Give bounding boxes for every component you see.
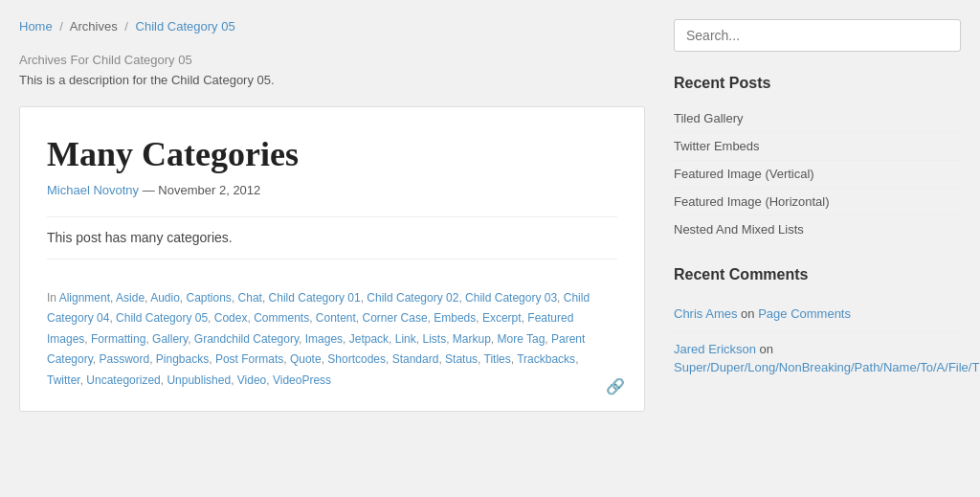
sidebar: Recent Posts Tiled GalleryTwitter Embeds… bbox=[674, 19, 961, 412]
tag-link[interactable]: Unpublished bbox=[167, 373, 231, 387]
tag-link[interactable]: Aside bbox=[116, 291, 145, 305]
tag-link[interactable]: Post Formats bbox=[215, 352, 283, 366]
recent-comments-section: Recent Comments Chris Ames on Page Comme… bbox=[674, 266, 961, 385]
recent-comment-entry: Chris Ames on Page Comments bbox=[674, 297, 961, 332]
recent-post-item: Twitter Embeds bbox=[674, 133, 961, 161]
tag-link[interactable]: Child Category 01 bbox=[269, 291, 361, 305]
tag-link[interactable]: Markup bbox=[453, 332, 491, 346]
post-meta: Michael Novotny — November 2, 2012 bbox=[47, 183, 617, 197]
tag-link[interactable]: Excerpt bbox=[482, 311, 522, 325]
comment-post-link[interactable]: Page Comments bbox=[758, 306, 851, 321]
tag-link[interactable]: Audio bbox=[150, 291, 180, 305]
tag-link[interactable]: Status bbox=[445, 352, 478, 366]
tag-link[interactable]: Shortcodes bbox=[327, 352, 386, 366]
post-date: November 2, 2012 bbox=[158, 183, 260, 197]
recent-posts-heading: Recent Posts bbox=[674, 75, 961, 92]
tag-link[interactable]: More Tag bbox=[498, 332, 546, 346]
recent-post-link[interactable]: Featured Image (Horizontal) bbox=[674, 194, 830, 209]
tag-link[interactable]: Trackbacks bbox=[517, 352, 575, 366]
tags-prefix: In bbox=[47, 291, 59, 305]
tag-link[interactable]: Corner Case bbox=[363, 311, 428, 325]
recent-post-link[interactable]: Featured Image (Vertical) bbox=[674, 167, 814, 181]
tag-link[interactable]: Child Category 05 bbox=[116, 311, 208, 325]
post-excerpt: This post has many categories. bbox=[47, 216, 617, 259]
tag-link[interactable]: Titles bbox=[484, 352, 511, 366]
tag-link[interactable]: Child Category 03 bbox=[465, 291, 557, 305]
post-meta-separator: — bbox=[143, 183, 159, 197]
tag-link[interactable]: Alignment bbox=[59, 291, 110, 305]
tag-link[interactable]: Quote bbox=[290, 352, 322, 366]
archive-title: Archives For Child Category 05 bbox=[19, 53, 645, 67]
recent-comments-heading: Recent Comments bbox=[674, 266, 961, 283]
recent-comment-entry: Jared Erickson on Super/Duper/Long/NonBr… bbox=[674, 332, 961, 385]
tag-link[interactable]: Captions bbox=[187, 291, 232, 305]
tag-link[interactable]: Content bbox=[316, 311, 356, 325]
recent-post-link[interactable]: Nested And Mixed Lists bbox=[674, 222, 804, 237]
breadcrumb-separator-2: / bbox=[124, 19, 128, 34]
recent-post-item: Nested And Mixed Lists bbox=[674, 216, 961, 243]
main-content: Home / Archives / Child Category 05 Arch… bbox=[19, 19, 645, 412]
recent-posts-section: Recent Posts Tiled GalleryTwitter Embeds… bbox=[674, 75, 961, 243]
tag-link[interactable]: Uncategorized bbox=[86, 373, 160, 387]
recent-comments-list: Chris Ames on Page CommentsJared Erickso… bbox=[674, 297, 961, 385]
tag-link[interactable]: Gallery bbox=[152, 332, 188, 346]
search-input[interactable] bbox=[674, 19, 961, 52]
comment-post-link[interactable]: Super/Duper/Long/NonBreaking/Path/Name/T… bbox=[674, 360, 980, 374]
tag-link[interactable]: Formatting bbox=[91, 332, 145, 346]
recent-post-link[interactable]: Tiled Gallery bbox=[674, 111, 743, 125]
tag-link[interactable]: Grandchild Category bbox=[194, 332, 299, 346]
tag-link[interactable]: Images bbox=[305, 332, 343, 346]
post-author[interactable]: Michael Novotny bbox=[47, 183, 139, 197]
tag-link[interactable]: Password bbox=[99, 352, 149, 366]
search-box bbox=[674, 19, 961, 52]
tag-link[interactable]: Twitter bbox=[47, 373, 80, 387]
tag-link[interactable]: Comments bbox=[254, 311, 309, 325]
tag-link[interactable]: Codex bbox=[214, 311, 248, 325]
recent-post-item: Featured Image (Horizontal) bbox=[674, 189, 961, 216]
tag-link[interactable]: VideoPress bbox=[273, 373, 331, 387]
breadcrumb-archives: Archives bbox=[70, 19, 118, 34]
archive-header: Archives For Child Category 05 This is a… bbox=[19, 53, 645, 87]
recent-post-item: Tiled Gallery bbox=[674, 105, 961, 133]
tag-link[interactable]: Jetpack bbox=[349, 332, 389, 346]
recent-post-link[interactable]: Twitter Embeds bbox=[674, 139, 760, 153]
archive-description: This is a description for the Child Cate… bbox=[19, 73, 645, 87]
recent-posts-list: Tiled GalleryTwitter EmbedsFeatured Imag… bbox=[674, 105, 961, 243]
post-permalink[interactable]: 🔗 bbox=[606, 377, 625, 395]
post-card: Many Categories Michael Novotny — Novemb… bbox=[19, 106, 645, 412]
post-tags: In Alignment, Aside, Audio, Captions, Ch… bbox=[47, 288, 617, 392]
breadcrumb-current: Child Category 05 bbox=[136, 19, 235, 34]
recent-post-item: Featured Image (Vertical) bbox=[674, 161, 961, 189]
tag-link[interactable]: Pingbacks bbox=[156, 352, 209, 366]
tag-link[interactable]: Child Category 02 bbox=[367, 291, 458, 305]
post-title: Many Categories bbox=[47, 134, 617, 175]
breadcrumb-separator-1: / bbox=[59, 19, 63, 34]
tag-link[interactable]: Chat bbox=[238, 291, 262, 305]
commenter-link[interactable]: Jared Erickson bbox=[674, 342, 756, 356]
tag-link[interactable]: Link bbox=[395, 332, 416, 346]
tag-link[interactable]: Video bbox=[237, 373, 266, 387]
breadcrumb: Home / Archives / Child Category 05 bbox=[19, 19, 645, 34]
breadcrumb-home[interactable]: Home bbox=[19, 19, 53, 34]
tag-link[interactable]: Lists bbox=[422, 332, 446, 346]
commenter-link[interactable]: Chris Ames bbox=[674, 306, 737, 321]
tag-link[interactable]: Standard bbox=[392, 352, 439, 366]
tag-link[interactable]: Embeds bbox=[434, 311, 476, 325]
